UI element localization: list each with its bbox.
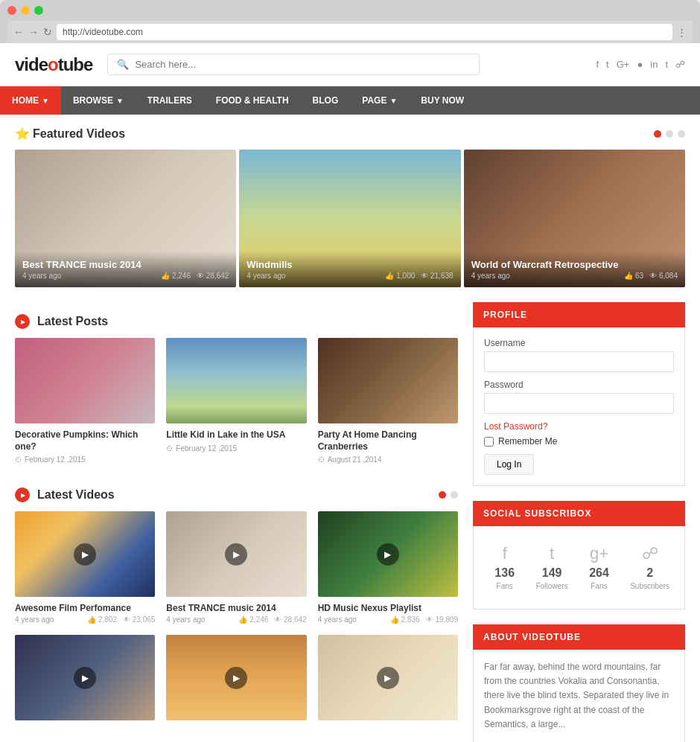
refresh-icon[interactable]: ↻ bbox=[43, 26, 52, 38]
search-bar[interactable]: 🔍 bbox=[107, 54, 480, 75]
views-v2: 👁 28,642 bbox=[274, 615, 306, 624]
nav-blog[interactable]: BLOG bbox=[301, 86, 351, 115]
linkedin-header-icon[interactable]: in bbox=[650, 59, 658, 70]
social-facebook[interactable]: f 136 Fans bbox=[484, 537, 525, 598]
featured-overlay-1: Best TRANCE music 2014 4 years ago 👍 2,2… bbox=[15, 252, 236, 287]
videos-dot-2[interactable] bbox=[451, 491, 458, 499]
social-grid: f 136 Fans t 149 Followers bbox=[484, 537, 674, 598]
rss-header-icon[interactable]: ☍ bbox=[675, 59, 685, 70]
nav-page[interactable]: PAGE ▼ bbox=[350, 86, 409, 115]
tumblr-header-icon[interactable]: t bbox=[665, 59, 668, 70]
post-item-1[interactable]: Decorative Pumpkins: Which one? ⏲ Februa… bbox=[15, 338, 155, 464]
more-thumb-2[interactable]: ▶ bbox=[166, 635, 306, 726]
featured-overlay-3: World of Warcraft Retrospective 4 years … bbox=[464, 252, 685, 287]
post-item-3[interactable]: Party At Home Dancing Cranberries ⏲ Augu… bbox=[318, 338, 458, 464]
facebook-header-icon[interactable]: f bbox=[596, 59, 599, 70]
username-label: Username bbox=[484, 338, 674, 348]
video-meta-1: 4 years ago 👍 2,802 👁 23,065 bbox=[15, 615, 155, 624]
play-icon-4: ▶ bbox=[74, 667, 96, 689]
search-input[interactable] bbox=[135, 59, 470, 70]
post-img-1 bbox=[15, 338, 155, 423]
googleplus-label: Fans bbox=[591, 582, 607, 590]
nav-buy-now[interactable]: BUY NOW bbox=[409, 86, 476, 115]
featured-item-3[interactable]: World of Warcraft Retrospective 4 years … bbox=[464, 150, 685, 287]
googleplus-header-icon[interactable]: G+ bbox=[617, 59, 630, 70]
back-icon[interactable]: ← bbox=[13, 26, 24, 38]
lost-password-link[interactable]: Lost Password? bbox=[484, 421, 674, 432]
more-thumb-img-3: ▶ bbox=[318, 635, 458, 720]
facebook-label: Fans bbox=[497, 582, 513, 590]
more-thumb-3[interactable]: ▶ bbox=[318, 635, 458, 726]
posts-grid: Decorative Pumpkins: Which one? ⏲ Februa… bbox=[15, 338, 458, 464]
social-googleplus[interactable]: g+ 264 Fans bbox=[579, 537, 620, 598]
play-icon-3: ▶ bbox=[377, 543, 399, 566]
post-item-2[interactable]: Little Kid in Lake in the USA ⏲ February… bbox=[166, 338, 306, 464]
social-rss[interactable]: ☍ 2 Subscribers bbox=[626, 537, 674, 598]
views-icon-2: 👁 21,638 bbox=[421, 272, 453, 280]
maximize-button[interactable] bbox=[34, 6, 43, 15]
video-item-1[interactable]: ▶ Awesome Film Perfomance 4 years ago 👍 … bbox=[15, 511, 155, 624]
page-wrapper: videotube 🔍 f t G+ ● in t ☍ HOME ▼ BROWS… bbox=[0, 43, 700, 742]
forward-icon[interactable]: → bbox=[28, 26, 39, 38]
sidebar-about-body: Far far away, behind the word mountains,… bbox=[473, 650, 685, 742]
remember-me-checkbox[interactable] bbox=[484, 437, 494, 447]
twitter-social-icon: t bbox=[535, 544, 567, 563]
play-icon-6: ▶ bbox=[377, 667, 399, 689]
sidebar-social: SOCIAL SUBSCRIBOX f 136 Fans t bbox=[473, 501, 685, 610]
nav-browse-arrow: ▼ bbox=[116, 97, 124, 105]
likes-v3: 👍 2,836 bbox=[390, 615, 420, 624]
video-img-1: ▶ bbox=[15, 511, 155, 597]
featured-star-icon: ⭐ bbox=[15, 127, 30, 141]
featured-title-1: Best TRANCE music 2014 bbox=[22, 259, 229, 270]
search-icon: 🔍 bbox=[117, 59, 129, 70]
nav-browse[interactable]: BROWSE ▼ bbox=[61, 86, 136, 115]
social-twitter[interactable]: t 149 Followers bbox=[531, 537, 572, 598]
featured-title-3: World of Warcraft Retrospective bbox=[471, 259, 678, 270]
more-thumb-img-2: ▶ bbox=[166, 635, 306, 720]
videos-grid: ▶ Awesome Film Perfomance 4 years ago 👍 … bbox=[15, 511, 458, 624]
video-img-3: ▶ bbox=[318, 511, 458, 597]
post-title-1: Decorative Pumpkins: Which one? bbox=[15, 429, 155, 452]
views-icon-3: 👁 6,084 bbox=[649, 272, 678, 280]
username-input[interactable] bbox=[484, 351, 674, 372]
password-label: Password bbox=[484, 380, 674, 390]
close-button[interactable] bbox=[7, 6, 16, 15]
clock-icon-3: ⏲ bbox=[318, 455, 325, 464]
featured-stats-1: 👍 2,246 👁 28,642 bbox=[161, 272, 229, 280]
play-icon-2: ▶ bbox=[225, 543, 247, 566]
post-title-2: Little Kid in Lake in the USA bbox=[166, 429, 306, 441]
more-thumbs-grid: ▶ ▶ ▶ bbox=[15, 635, 458, 726]
video-title-1: Awesome Film Perfomance bbox=[15, 603, 155, 613]
more-thumb-1[interactable]: ▶ bbox=[15, 635, 155, 726]
featured-item-2[interactable]: Windmills 4 years ago 👍 1,000 👁 21,638 bbox=[239, 150, 460, 287]
login-button[interactable]: Log In bbox=[484, 454, 534, 475]
featured-dot-1[interactable] bbox=[654, 130, 661, 138]
logo-text-vide: vide bbox=[15, 54, 48, 74]
videos-dot-1[interactable] bbox=[439, 491, 446, 499]
post-date-2: ⏲ February 12 ,2015 bbox=[166, 444, 306, 452]
nav-food-health[interactable]: FOOD & HEALTH bbox=[204, 86, 301, 115]
address-input[interactable] bbox=[57, 24, 672, 40]
featured-dot-2[interactable] bbox=[666, 130, 673, 138]
sidebar-profile-body: Username Password Lost Password? Remembe… bbox=[473, 327, 685, 486]
likes-icon-2: 👍 1,000 bbox=[385, 272, 415, 280]
video-item-2[interactable]: ▶ Best TRANCE music 2014 4 years ago 👍 2… bbox=[166, 511, 306, 624]
post-date-1: ⏲ February 12 ,2015 bbox=[15, 455, 155, 464]
latest-videos-header: Latest Videos bbox=[15, 476, 458, 511]
featured-item-1[interactable]: Best TRANCE music 2014 4 years ago 👍 2,2… bbox=[15, 150, 236, 287]
featured-dot-3[interactable] bbox=[678, 130, 685, 138]
password-input[interactable] bbox=[484, 393, 674, 414]
menu-icon[interactable]: ⋮ bbox=[677, 27, 687, 38]
post-img-2 bbox=[166, 338, 306, 423]
featured-section-title: Featured Videos bbox=[33, 127, 654, 141]
featured-title-2: Windmills bbox=[246, 259, 453, 270]
browser-buttons bbox=[7, 6, 693, 15]
nav-home[interactable]: HOME ▼ bbox=[0, 86, 61, 115]
twitter-header-icon[interactable]: t bbox=[606, 59, 609, 70]
instagram-header-icon[interactable]: ● bbox=[637, 59, 643, 70]
facebook-social-icon: f bbox=[489, 544, 521, 563]
video-item-3[interactable]: ▶ HD Music Nexus Playlist 4 years ago 👍 … bbox=[318, 511, 458, 624]
nav-trailers[interactable]: TRAILERS bbox=[136, 86, 204, 115]
twitter-count: 149 bbox=[535, 566, 567, 580]
minimize-button[interactable] bbox=[21, 6, 30, 15]
